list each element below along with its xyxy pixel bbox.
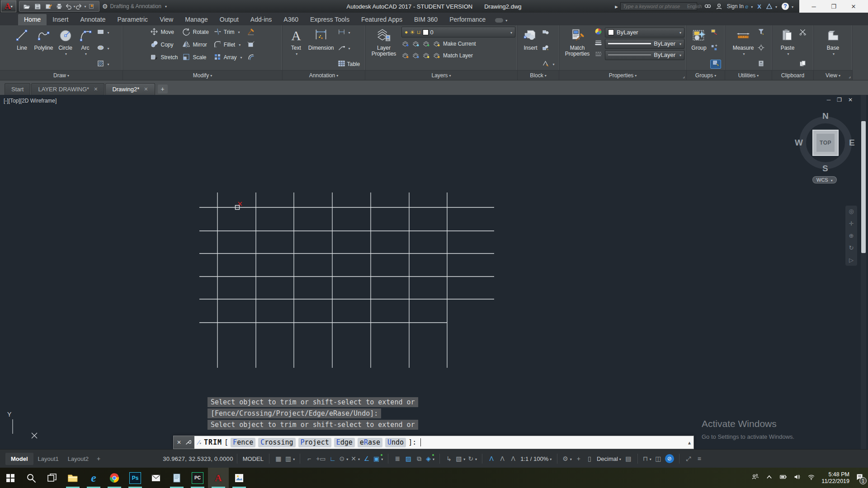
panel-launcher-icon[interactable] xyxy=(683,73,685,79)
copy-button[interactable]: Copy xyxy=(150,40,178,50)
quick-calc-button[interactable] xyxy=(757,60,765,69)
file-tab-layer-drawing-[interactable]: LAYER DRAWING*✕ xyxy=(31,83,104,95)
panel-label-clipboard[interactable]: Clipboard xyxy=(772,70,813,80)
lineweight-toggle[interactable]: ≣ xyxy=(392,453,403,464)
annotation-visibility-toggle[interactable]: Λ xyxy=(486,453,497,464)
layout-tab-layout2[interactable]: Layout2 xyxy=(63,455,93,462)
ribbon-tab-parametric[interactable]: Parametric xyxy=(111,14,154,25)
object-snap-toggle[interactable]: ▣ xyxy=(372,453,384,464)
taskbar-autocad-icon[interactable]: A xyxy=(208,468,229,488)
hardware-acceleration-toggle[interactable]: ⊘ xyxy=(664,453,675,464)
viewcube-top-face[interactable]: TOP xyxy=(812,130,839,156)
scale-text-control[interactable]: 1:1 / 100% xyxy=(519,455,553,462)
graphics-performance-toggle[interactable]: ◫ xyxy=(653,453,664,464)
search-arrow-icon[interactable]: ▸ xyxy=(615,3,618,10)
taskbar-pycharm-icon[interactable]: PC xyxy=(187,468,208,488)
command-option-project[interactable]: Project xyxy=(298,438,331,447)
object-color-dropdown[interactable]: ByLayer xyxy=(605,28,684,38)
taskbar-search-icon[interactable] xyxy=(21,468,42,488)
ribbon-tab-a360[interactable]: A360 xyxy=(278,14,304,25)
panel-label-layers[interactable]: Layers xyxy=(365,70,517,80)
copy-clip-button[interactable] xyxy=(799,60,807,69)
navigation-gizmo-toggle[interactable]: ↻ xyxy=(467,453,478,464)
annotation-scale-icon-toggle[interactable]: Λ xyxy=(508,453,519,464)
panel-label-properties[interactable]: Properties xyxy=(559,70,686,80)
ribbon-tab-bim-360[interactable]: BIM 360 xyxy=(408,14,443,25)
erase-button[interactable] xyxy=(247,28,255,37)
plot-icon[interactable] xyxy=(54,1,65,11)
layer-properties-button[interactable]: Layer Properties xyxy=(367,27,401,70)
panel-label-groups[interactable]: Groups xyxy=(687,70,725,80)
search-icon[interactable] xyxy=(704,3,711,10)
workspace-box-toggle[interactable]: ▧ xyxy=(454,453,467,464)
arc-button[interactable]: Arc xyxy=(76,27,95,70)
transparency-toggle[interactable]: ▨ xyxy=(403,453,414,464)
ribbon-tab-insert[interactable]: Insert xyxy=(47,14,74,25)
taskbar-task-view-icon[interactable] xyxy=(42,468,62,488)
notification-center-icon[interactable]: 1 xyxy=(856,473,863,483)
open-icon[interactable] xyxy=(21,1,32,11)
line-button[interactable]: Line xyxy=(12,27,31,70)
tray-wifi-icon[interactable] xyxy=(807,473,815,483)
selection-cycling-toggle[interactable]: ⧉ xyxy=(414,453,425,464)
taskbar-chrome-icon[interactable] xyxy=(104,468,125,488)
drawing-canvas[interactable]: [-][Top][2D Wireframe] ─ ❐ ✕ N E S W TOP… xyxy=(0,95,868,449)
close-tab-icon[interactable]: ✕ xyxy=(94,86,98,92)
viewcube-east[interactable]: E xyxy=(849,138,855,148)
exchange-apps-icon[interactable]: X xyxy=(757,3,761,10)
array-button[interactable]: Array xyxy=(213,53,242,62)
group-selection-toggle[interactable] xyxy=(710,60,721,69)
taskbar-photos-icon[interactable] xyxy=(229,468,250,488)
showmotion-icon[interactable]: ▷ xyxy=(849,257,854,263)
match-properties-button[interactable]: Match Properties xyxy=(561,27,594,70)
group-button[interactable]: Group xyxy=(689,27,708,70)
new-layout-button[interactable]: + xyxy=(93,455,104,462)
ribbon-tab-view[interactable]: View xyxy=(154,14,179,25)
taskbar-clock[interactable]: 5:48 PM 11/22/2019 xyxy=(821,471,849,485)
scale-button[interactable]: Scale xyxy=(182,53,208,62)
save-as-icon[interactable] xyxy=(43,1,54,11)
layer-unisolate-icon[interactable] xyxy=(401,51,409,61)
ribbon-tab-home[interactable]: Home xyxy=(18,14,47,25)
object-snap-tracking-toggle[interactable]: ∠ xyxy=(361,453,372,464)
pan-icon[interactable]: ✛ xyxy=(849,221,854,226)
ribbon-tab-performance[interactable]: Performance xyxy=(443,14,491,25)
command-line-icon[interactable]: ⁄▾ xyxy=(198,438,202,446)
ribbon-tab-output[interactable]: Output xyxy=(214,14,245,25)
undo-icon[interactable] xyxy=(65,1,75,11)
3d-object-snap-toggle[interactable]: ◈ xyxy=(425,453,436,464)
command-option-erase[interactable]: eRase xyxy=(358,438,382,447)
stretch-button[interactable]: Stretch xyxy=(150,53,178,62)
taskbar-mail-icon[interactable] xyxy=(146,468,166,488)
polyline-button[interactable]: Polyline xyxy=(32,27,55,70)
isolate-objects-toggle[interactable]: ▯ xyxy=(584,453,595,464)
polar-tracking-toggle[interactable]: ⊙ xyxy=(338,453,350,464)
layer-unlock-icon[interactable] xyxy=(433,51,440,61)
taskbar-file-explorer-icon[interactable] xyxy=(62,468,83,488)
file-tab-start[interactable]: Start xyxy=(5,83,30,95)
taskbar-photoshop-icon[interactable]: Ps xyxy=(125,468,146,488)
snap-mode-toggle[interactable]: ▥ xyxy=(284,453,296,464)
lineweight-dropdown[interactable]: ByLayer xyxy=(605,39,684,49)
linear-dimension-button[interactable] xyxy=(338,28,360,37)
navigation-wheel-icon[interactable]: ◎ xyxy=(849,208,854,214)
save-icon[interactable] xyxy=(32,1,43,11)
minimize-button[interactable]: ─ xyxy=(804,3,824,10)
move-button[interactable]: Move xyxy=(150,28,178,37)
layout-tab-layout1[interactable]: Layout1 xyxy=(33,455,63,462)
mirror-button[interactable]: Mirror xyxy=(182,40,208,50)
tray-people-icon[interactable] xyxy=(751,473,759,483)
viewcube-north[interactable]: N xyxy=(822,111,829,121)
ribbon-tab-express-tools[interactable]: Express Tools xyxy=(304,14,355,25)
workspace-star-icon[interactable] xyxy=(86,1,97,11)
user-icon[interactable] xyxy=(716,3,722,10)
taskbar-notepad-icon[interactable] xyxy=(166,468,187,488)
paste-button[interactable]: Paste xyxy=(778,27,797,70)
workspace-switching-toggle[interactable]: ⚙ xyxy=(561,453,573,464)
viewcube-south[interactable]: S xyxy=(822,164,828,174)
tray-speaker-icon[interactable] xyxy=(793,473,801,483)
taskbar-edge-icon[interactable]: e xyxy=(83,468,104,488)
cut-button[interactable] xyxy=(799,28,807,37)
layout-tab-model[interactable]: Model xyxy=(5,453,33,465)
match-layer-button[interactable]: Match Layer xyxy=(443,52,473,59)
